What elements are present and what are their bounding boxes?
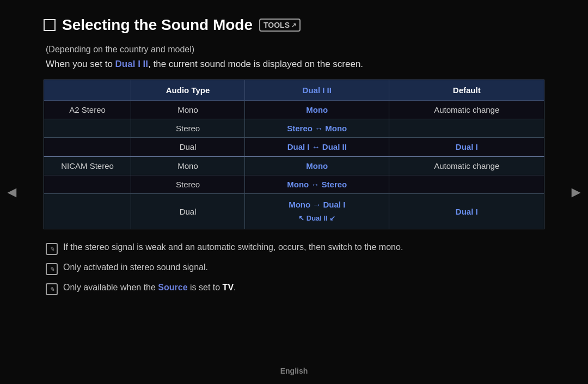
table-cell-group bbox=[44, 194, 131, 229]
table-header-audio: Audio Type bbox=[131, 80, 245, 101]
table-header-default: Default bbox=[389, 80, 544, 101]
table-cell-group bbox=[44, 119, 131, 138]
note-text-3: Only available when the Source is set to… bbox=[63, 283, 236, 292]
checkbox-icon bbox=[44, 19, 56, 31]
table-cell-audio: Dual bbox=[131, 194, 245, 229]
table-cell-audio: Stereo bbox=[131, 175, 245, 194]
note-icon-2: ✎ bbox=[46, 263, 58, 275]
table-cell-dual: Mono bbox=[245, 101, 389, 119]
table-cell-group: A2 Stereo bbox=[44, 101, 131, 119]
table-cell-dual: Mono → Dual I↖ Dual II ↙ bbox=[245, 194, 389, 229]
note-item-2: ✎ Only activated in stereo sound signal. bbox=[46, 263, 544, 275]
note-text-2: Only activated in stereo sound signal. bbox=[63, 263, 208, 272]
table-cell-group bbox=[44, 175, 131, 194]
table-cell-default: Dual I bbox=[389, 138, 544, 157]
table-row: NICAM Stereo Mono Mono Automatic change bbox=[44, 156, 544, 175]
table-cell-default bbox=[389, 175, 544, 194]
sound-mode-table: Audio Type Dual I II Default A2 Stereo M… bbox=[44, 80, 544, 229]
table-cell-audio: Mono bbox=[131, 156, 245, 175]
note-icon-1: ✎ bbox=[46, 243, 58, 255]
table-row: Stereo Stereo ↔ Mono bbox=[44, 119, 544, 138]
table-row: Stereo Mono ↔ Stereo bbox=[44, 175, 544, 194]
note-icon-3: ✎ bbox=[46, 283, 58, 295]
tools-badge: TOOLS ↗ bbox=[259, 19, 301, 32]
note-text-1: If the stereo signal is weak and an auto… bbox=[63, 242, 403, 252]
table-cell-group: NICAM Stereo bbox=[44, 156, 131, 175]
footer: English bbox=[280, 367, 308, 375]
table-cell-dual: Mono bbox=[245, 156, 389, 175]
table-header-blank bbox=[44, 80, 131, 101]
table-cell-audio: Dual bbox=[131, 138, 245, 157]
table-cell-default: Automatic change bbox=[389, 156, 544, 175]
note-item-1: ✎ If the stereo signal is weak and an au… bbox=[46, 242, 544, 255]
table-cell-default bbox=[389, 119, 544, 138]
description: When you set to Dual I II, the current s… bbox=[44, 59, 544, 70]
table-row: A2 Stereo Mono Mono Automatic change bbox=[44, 101, 544, 119]
table-cell-default: Dual I bbox=[389, 194, 544, 229]
table-cell-default: Automatic change bbox=[389, 101, 544, 119]
subtitle: (Depending on the country and model) bbox=[44, 45, 544, 54]
notes-section: ✎ If the stereo signal is weak and an au… bbox=[44, 242, 544, 295]
table-cell-dual: Dual I ↔ Dual II bbox=[245, 138, 389, 157]
table-cell-dual: Stereo ↔ Mono bbox=[245, 119, 389, 138]
table-cell-audio: Mono bbox=[131, 101, 245, 119]
table-header-dual: Dual I II bbox=[245, 80, 389, 101]
table-cell-audio: Stereo bbox=[131, 119, 245, 138]
table-cell-dual: Mono ↔ Stereo bbox=[245, 175, 389, 194]
table-row: Dual Dual I ↔ Dual II Dual I bbox=[44, 138, 544, 157]
page-title: Selecting the Sound Mode bbox=[62, 16, 253, 34]
note-item-3: ✎ Only available when the Source is set … bbox=[46, 283, 544, 295]
table-cell-group bbox=[44, 138, 131, 157]
table-row: Dual Mono → Dual I↖ Dual II ↙ Dual I bbox=[44, 194, 544, 229]
